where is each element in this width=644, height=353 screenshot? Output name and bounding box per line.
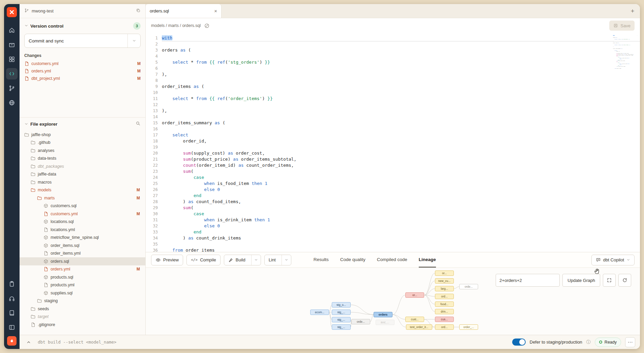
tree-item-seeds[interactable]: seeds (20, 305, 145, 313)
circle-slash-icon[interactable] (204, 23, 210, 29)
tree-item-dbt-packages[interactable]: dbt_packages (20, 162, 145, 170)
lineage-node-stg3[interactable]: stg_... (332, 317, 351, 322)
tree-item-products-sql[interactable]: products.sql (20, 273, 145, 281)
copy-icon[interactable] (136, 8, 141, 14)
support-headset-icon[interactable] (6, 293, 18, 304)
tree-item-locations-yml[interactable]: locations.yml (20, 226, 145, 234)
tree-item-products-yml[interactable]: products.yml (20, 281, 145, 289)
lint-button[interactable]: Lint (264, 255, 291, 265)
tree-item-target[interactable]: target (20, 313, 145, 321)
save-button[interactable]: Save (609, 21, 635, 31)
commit-and-sync-button[interactable]: Commit and sync (24, 34, 141, 48)
refresh-icon[interactable] (618, 274, 631, 287)
lineage-node-testoi[interactable]: test_order_it... (406, 324, 432, 330)
lineage-node-col6[interactable]: drin... (435, 309, 454, 314)
tree-item-customers-sql[interactable]: customers.sql (20, 202, 145, 210)
lineage-node-testf[interactable]: test_... (376, 320, 394, 325)
tree-item-orders-yml[interactable]: orders.ymlM (20, 265, 145, 274)
lineage-node-orde1[interactable]: orde... (351, 319, 370, 324)
tab-results[interactable]: Results (314, 252, 329, 267)
tree-item-metricflow-time-spine-sql[interactable]: metricflow_time_spine.sql (20, 234, 145, 242)
changed-file-dbt-project-yml[interactable]: dbt_project.ymlM (24, 75, 141, 82)
tree-item-jaffle-shop[interactable]: jaffle-shop (20, 131, 145, 139)
commit-options-caret[interactable] (127, 34, 140, 47)
search-icon[interactable] (136, 121, 141, 127)
lineage-node-col3[interactable]: larg... (435, 286, 454, 291)
tree-item-data-tests[interactable]: data-tests (20, 155, 145, 163)
lineage-node-ecom[interactable]: ecom... (310, 310, 329, 315)
home-icon[interactable] (6, 25, 18, 36)
tree-item-orders-sql[interactable]: orders.sql (20, 257, 145, 265)
update-graph-button[interactable]: Update Graph (562, 274, 600, 287)
tree-item-analyses[interactable]: analyses (20, 147, 145, 155)
tree-item-locations-sql[interactable]: locations.sql (20, 218, 145, 226)
tree-item-staging[interactable]: staging (20, 297, 145, 305)
explore-globe-icon[interactable] (6, 97, 18, 108)
lineage-node-col1[interactable]: or... (435, 270, 454, 276)
preview-button[interactable]: Preview (151, 255, 183, 265)
changes-count-badge: 3 (133, 22, 141, 30)
user-avatar[interactable] (7, 336, 17, 346)
fullscreen-icon[interactable] (603, 274, 616, 287)
tab-compiled-code[interactable]: Compiled code (377, 252, 407, 267)
lineage-node-col4[interactable]: ord... (435, 294, 454, 299)
tree-item--gitignore[interactable]: .gitignore (20, 321, 145, 329)
build-button[interactable]: Build (224, 255, 261, 265)
new-tab-icon[interactable]: + (625, 4, 640, 18)
lint-options-caret[interactable] (282, 255, 291, 265)
compile-button[interactable]: </> Compile (186, 255, 221, 265)
dbt-logo-icon[interactable] (7, 7, 17, 17)
develop-ide-icon[interactable] (6, 68, 18, 79)
panel-layout-icon[interactable] (6, 322, 18, 333)
changelog-icon[interactable] (6, 278, 18, 290)
more-options-button[interactable]: ⋯ (625, 337, 635, 347)
lineage-node-cust[interactable]: cust... (405, 317, 424, 322)
tree-item-order-items-sql[interactable]: order_items.sql (20, 242, 145, 250)
lineage-node-pink2[interactable]: cus... (435, 317, 454, 322)
tab-orders-sql[interactable]: orders.sql × (146, 4, 222, 18)
file-label: products.yml (51, 283, 75, 287)
code-content[interactable]: with orders as ( select * from {{ ref('s… (162, 33, 640, 252)
docs-book-icon[interactable] (6, 307, 18, 319)
lineage-node-pink1[interactable]: or... (405, 292, 424, 298)
chevron-up-icon[interactable] (24, 338, 33, 347)
tab-lineage[interactable]: Lineage (419, 252, 436, 267)
chevron-down-icon[interactable] (24, 121, 28, 127)
desktop-background: mwong-test Version control 3 (0, 0, 644, 353)
lineage-node-col2[interactable]: new_cu... (435, 278, 454, 284)
tree-item-models[interactable]: modelsM (20, 186, 145, 194)
lineage-panel[interactable]: ecom...stg_o...stg_...stg_...stg_...orde… (146, 267, 640, 335)
lineage-node-stg1[interactable]: stg_o... (332, 302, 351, 308)
info-icon[interactable]: ⓘ (586, 339, 591, 345)
code-editor[interactable]: 1234567891011121314151617181920212223242… (146, 33, 640, 252)
yml-icon (43, 283, 48, 287)
changed-file-customers-yml[interactable]: customers.ymlM (24, 60, 141, 67)
lineage-node-stg2[interactable]: stg_... (332, 310, 351, 315)
command-input[interactable]: dbt build --select <model_name> (38, 340, 116, 345)
lineage-node-ghost1[interactable]: orde... (459, 284, 478, 289)
lineage-node-ghost2[interactable]: order_... (459, 324, 478, 330)
apps-grid-icon[interactable] (6, 54, 18, 65)
deploy-jobs-icon[interactable] (6, 39, 18, 51)
tree-item-macros[interactable]: macros (20, 178, 145, 186)
lineage-node-stg4[interactable]: stg_... (332, 324, 351, 330)
lineage-node-ord2[interactable]: ord... (435, 324, 454, 330)
defer-toggle[interactable] (512, 339, 526, 346)
chevron-down-icon[interactable] (24, 23, 28, 29)
tree-item-order-items-yml[interactable]: order_items.yml (20, 250, 145, 258)
build-options-caret[interactable] (251, 255, 261, 265)
copilot-label: dbt Copilot (603, 257, 624, 262)
tree-item-customers-yml[interactable]: customers.ymlM (20, 210, 145, 218)
tree-item-marts[interactable]: martsM (20, 194, 145, 202)
tree-item-jaffle-data[interactable]: jaffle-data (20, 170, 145, 179)
changed-file-orders-yml[interactable]: orders.ymlM (24, 67, 141, 75)
lineage-node-col5[interactable]: food... (435, 301, 454, 307)
lineage-selector-input[interactable] (496, 274, 560, 287)
dbt-copilot-button[interactable]: dbt Copilot (591, 255, 635, 265)
tree-item--github[interactable]: .github (20, 139, 145, 147)
tab-code-quality[interactable]: Code quality (340, 252, 365, 267)
close-tab-icon[interactable]: × (214, 8, 217, 14)
git-branch-icon[interactable] (6, 83, 18, 94)
tree-item-supplies-sql[interactable]: supplies.sql (20, 289, 145, 297)
lineage-node-orders[interactable]: orders (374, 312, 392, 317)
